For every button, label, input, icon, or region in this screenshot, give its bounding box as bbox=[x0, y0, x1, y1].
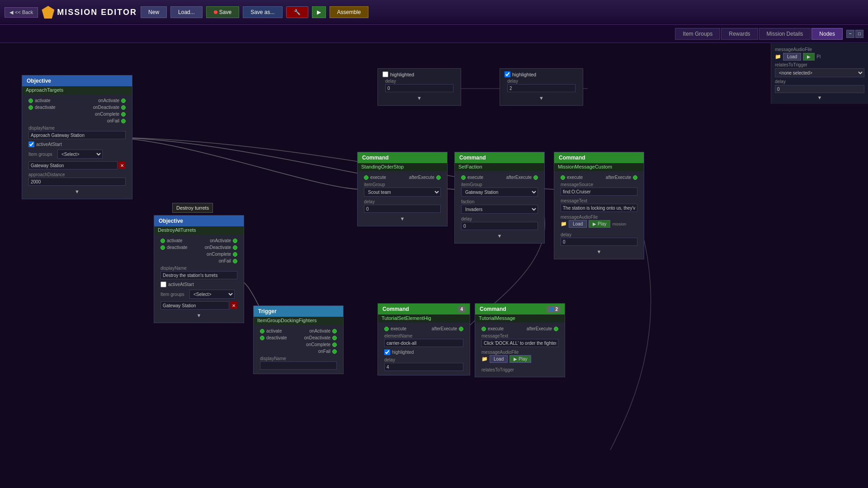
activate-port-left-t1[interactable] bbox=[260, 329, 264, 333]
deactivate-port-right-2[interactable] bbox=[233, 245, 237, 250]
rp-load-button[interactable]: Load bbox=[783, 53, 801, 61]
command-node-2: Command SetFaction execute afterExecute … bbox=[454, 152, 545, 244]
activate-port-left-1[interactable] bbox=[28, 99, 33, 103]
execute-port-right-c5[interactable] bbox=[554, 327, 558, 331]
delay-label-c4: delay bbox=[384, 357, 463, 362]
load-button[interactable]: Load... bbox=[170, 6, 203, 18]
play-btn-c5[interactable]: ▶ Play bbox=[509, 355, 531, 363]
save-button[interactable]: Save bbox=[206, 6, 239, 18]
chevron-down-icon-obj2: ▼ bbox=[197, 313, 202, 318]
delay-input-c3[interactable] bbox=[561, 238, 637, 246]
execute-port-right-c2[interactable] bbox=[533, 175, 538, 180]
displayname-input-2[interactable] bbox=[160, 271, 237, 279]
rp-play-button[interactable]: ▶ bbox=[803, 53, 815, 61]
nav-rewards[interactable]: Rewards bbox=[721, 28, 758, 40]
execute-port-left-c4[interactable] bbox=[384, 327, 389, 331]
remove-itemgroup-1[interactable]: ✕ bbox=[118, 162, 126, 169]
activeatstart-check-2[interactable] bbox=[160, 282, 166, 287]
activeatstart-row-1: activeAtStart bbox=[26, 141, 128, 148]
wrench-button[interactable]: 🔧 bbox=[286, 6, 308, 18]
execute-port-right-c3[interactable] bbox=[633, 175, 637, 180]
deactivate-port-left-1[interactable] bbox=[28, 105, 33, 110]
nav-item-groups[interactable]: Item Groups bbox=[675, 28, 720, 40]
delay-input-2[interactable] bbox=[507, 84, 576, 92]
activate-port-right-2[interactable] bbox=[233, 239, 237, 243]
back-button[interactable]: ◀ << Back bbox=[5, 7, 38, 18]
delay-input-1[interactable] bbox=[385, 84, 453, 92]
port-deactivate-t1: deactivate onDeactivate bbox=[257, 334, 340, 341]
delay-input-c2[interactable] bbox=[461, 222, 538, 230]
delay-input-c1[interactable] bbox=[364, 205, 441, 213]
deactivate-port-right-1[interactable] bbox=[121, 105, 126, 110]
objective-2-subtype: DestroyAllTurrets bbox=[154, 226, 244, 235]
displayname-input-1[interactable] bbox=[28, 131, 126, 139]
minimize-button[interactable]: − bbox=[846, 30, 854, 38]
itemgroup-select-c2[interactable]: Gateway Station bbox=[461, 188, 538, 197]
rp-delay-input[interactable] bbox=[775, 85, 864, 93]
rp-delay-label: delay bbox=[775, 79, 864, 84]
remove-itemgroup-2[interactable]: ✕ bbox=[230, 302, 237, 309]
highlighted-check-c4[interactable] bbox=[384, 349, 390, 355]
msgtxt-input-c5[interactable] bbox=[481, 339, 558, 347]
port-deactivate-1: deactivate onDeactivate bbox=[26, 104, 128, 111]
secondary-nav: Item Groups Rewards Mission Details Node… bbox=[0, 25, 868, 43]
assemble-button[interactable]: Assemble bbox=[330, 6, 369, 18]
logo-area: MISSION EDITOR bbox=[42, 6, 137, 19]
onfail-port-2[interactable] bbox=[233, 259, 237, 263]
oncomplete-port-2[interactable] bbox=[233, 252, 237, 257]
execute-port-left-c1[interactable] bbox=[364, 175, 368, 180]
trigger-1-subtype: ItemGroupDockingFighters bbox=[254, 317, 343, 325]
onfail-port-t1[interactable] bbox=[332, 349, 337, 354]
port-onfail-2: onFail bbox=[158, 258, 240, 264]
load-btn-c5[interactable]: Load bbox=[490, 355, 508, 363]
highlighted-checkbox-1[interactable] bbox=[382, 71, 388, 77]
msgtxt-input-c3[interactable] bbox=[561, 204, 637, 212]
activate-port-left-2[interactable] bbox=[160, 239, 165, 243]
highlighted-checkbox-2[interactable] bbox=[505, 71, 510, 77]
itemgroup-value-2[interactable] bbox=[160, 301, 229, 310]
play-button[interactable]: ▶ bbox=[312, 6, 326, 18]
deactivate-port-left-t1[interactable] bbox=[260, 336, 264, 340]
execute-port-left-c3[interactable] bbox=[561, 175, 565, 180]
back-icon: ◀ bbox=[9, 9, 13, 15]
saveas-button[interactable]: Save as... bbox=[243, 6, 282, 18]
deactivate-port-left-2[interactable] bbox=[160, 245, 165, 250]
displayname-input-t1[interactable] bbox=[260, 361, 337, 370]
canvas-area[interactable]: highlighted delay ▼ highlighted delay ▼ … bbox=[0, 43, 868, 488]
highlighted-panel-2: highlighted delay ▼ bbox=[500, 68, 583, 106]
deactivate-port-right-t1[interactable] bbox=[332, 336, 337, 340]
execute-port-right-c4[interactable] bbox=[459, 327, 463, 331]
execute-port-left-c5[interactable] bbox=[481, 327, 486, 331]
oncomplete-port-1[interactable] bbox=[121, 112, 126, 117]
relatestotrigger-label-c5: relatesToTrigger bbox=[481, 367, 558, 372]
elemname-input-c4[interactable] bbox=[384, 339, 463, 347]
nav-nodes[interactable]: Nodes bbox=[811, 28, 843, 40]
command-1-header: Command bbox=[358, 152, 447, 163]
objective-1-subtype: ApproachTargets bbox=[22, 86, 132, 94]
msgaudio-label-c5: messageAudioFile bbox=[481, 350, 558, 355]
onfail-port-1[interactable] bbox=[121, 119, 126, 123]
right-side-panel: messageAudioFile 📁 Load ▶ Pl relatesToTr… bbox=[771, 43, 868, 104]
execute-port-right-c1[interactable] bbox=[436, 175, 441, 180]
itemgroups-select-2[interactable]: <Select> bbox=[189, 290, 235, 299]
activate-port-right-1[interactable] bbox=[121, 99, 126, 103]
msgsrc-label-c3: messageSource bbox=[561, 182, 637, 187]
itemgroup-value-1[interactable] bbox=[28, 161, 118, 169]
logo-icon bbox=[42, 6, 54, 19]
activate-port-right-t1[interactable] bbox=[332, 329, 337, 333]
itemgroup-select-c1[interactable]: Scout team bbox=[364, 188, 441, 197]
msgsrc-input-c3[interactable] bbox=[561, 188, 637, 196]
itemgroups-select-1[interactable]: <Select> bbox=[57, 150, 103, 159]
new-button[interactable]: New bbox=[141, 6, 167, 18]
delay-input-c4[interactable] bbox=[384, 363, 463, 371]
play-btn-c3[interactable]: ▶ Play bbox=[589, 220, 610, 228]
execute-port-left-c2[interactable] bbox=[461, 175, 466, 180]
maximize-button[interactable]: □ bbox=[855, 30, 863, 38]
oncomplete-port-t1[interactable] bbox=[332, 343, 337, 347]
faction-select-c2[interactable]: Invaders bbox=[461, 205, 538, 214]
approachdist-input-1[interactable] bbox=[28, 178, 126, 186]
load-btn-c3[interactable]: Load bbox=[569, 220, 587, 228]
rp-relates-select[interactable]: <none selected> bbox=[775, 68, 864, 77]
nav-mission-details[interactable]: Mission Details bbox=[759, 28, 811, 40]
activeatstart-check-1[interactable] bbox=[28, 141, 34, 147]
